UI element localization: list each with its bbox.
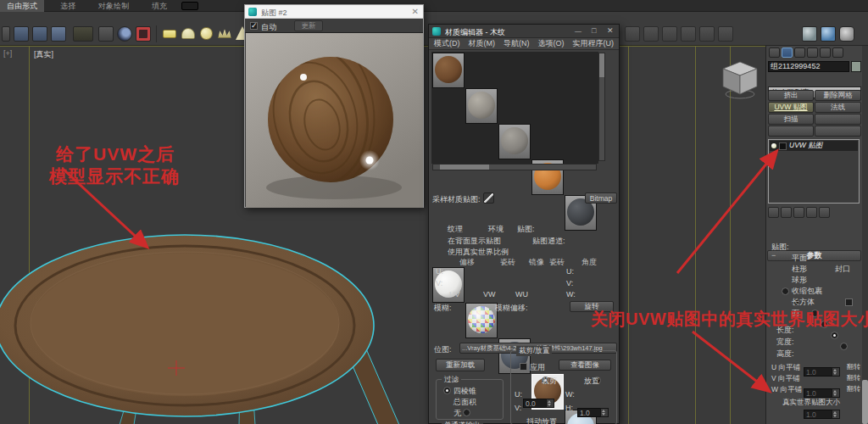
length-field[interactable]: 1.0 [804,367,834,377]
w-tile-label: W 向平铺 [771,385,802,395]
render-setup-icon[interactable] [802,26,817,42]
hierarchy-tab[interactable] [794,47,805,58]
align-icon[interactable] [643,26,659,42]
none-radio[interactable] [463,409,470,416]
scroll-thumb[interactable] [599,53,604,77]
menu-options[interactable]: 选项(O) [538,38,565,49]
show-end-result-icon[interactable] [781,207,792,218]
width-field[interactable]: 1.0 [804,388,834,398]
visibility-bulb-icon[interactable] [771,143,776,148]
stack-item-uvw-map[interactable]: UVW 贴图 [770,141,858,151]
table-icon[interactable] [51,26,66,42]
panel-scrollbar[interactable] [862,46,868,424]
make-unique-icon[interactable] [793,207,804,218]
pin-stack-icon[interactable] [768,207,779,218]
dome-shape-icon[interactable] [181,28,195,39]
sweep-button[interactable]: 扫描 [768,114,814,125]
viewport-shading-label[interactable]: [真实] [34,49,53,60]
crop-place-group: 裁剪/放置 应用 查看图像 裁剪 放置 U: 0.0 W: 1.0 V: 0.0… [510,350,617,424]
maximize-icon[interactable]: □ [592,26,596,35]
menu-navigation[interactable]: 导航(N) [504,38,530,49]
ribbon-tab-selection[interactable]: 选择 [51,0,85,12]
document-icon[interactable] [2,26,10,42]
material-swatch[interactable] [498,124,531,159]
spinner[interactable] [832,367,840,377]
list-icon[interactable] [32,26,47,42]
spinner[interactable] [832,388,840,398]
box-radio[interactable] [831,332,838,339]
schedule-icon[interactable] [699,26,715,42]
extrude-button[interactable]: 挤出 [768,90,814,101]
sphere-shape-icon[interactable] [200,27,213,40]
planar-radio[interactable] [782,287,789,295]
configure-modifier-sets-icon[interactable] [819,207,830,218]
material-editor-icon[interactable] [718,26,733,42]
camera-icon[interactable] [98,26,114,42]
rect-shape-icon[interactable] [163,30,176,38]
ribbon-tab-object-paint[interactable]: 对象绘制 [88,0,139,12]
light-keyboard-icon[interactable] [73,26,93,42]
modify-tab[interactable] [782,47,793,58]
spinner[interactable] [832,410,840,419]
viewcube[interactable] [716,57,764,101]
height-field[interactable]: 1.0 [804,410,834,419]
delete-mesh-button[interactable]: 删除网格 [815,90,861,101]
create-tab[interactable] [769,47,780,58]
preview-titlebar[interactable]: 贴图 #2 ✕ [245,5,423,19]
material-swatch[interactable] [432,53,465,88]
cap-checkbox[interactable] [845,298,853,306]
moon-icon[interactable] [117,26,132,42]
display-tab[interactable] [820,47,831,58]
spinner[interactable] [600,408,609,417]
remove-modifier-icon[interactable] [806,207,817,218]
scroll-thumb[interactable] [440,165,489,170]
empty-modifier-button[interactable] [768,126,814,137]
object-color-swatch[interactable] [851,61,861,72]
close-icon[interactable]: ✕ [412,7,419,16]
apply-checkbox[interactable] [520,363,527,371]
viewport-menu-fragment[interactable]: [+] [3,49,12,58]
auto-update-checkbox[interactable] [250,22,258,30]
object-name-field[interactable]: 组2112999452 [768,61,849,72]
utilities-tab[interactable] [832,47,843,58]
material-swatch[interactable] [465,303,498,338]
table-object[interactable] [0,220,411,424]
spinner[interactable] [546,399,554,408]
rendered-frame-icon[interactable] [821,26,836,42]
scroll-thumb[interactable] [862,380,868,424]
menu-utilities[interactable]: 实用程序(U) [573,38,615,49]
layers-icon[interactable] [14,26,29,42]
crop-u-field[interactable]: 0.0 [523,399,548,408]
ribbon-tab-freeform[interactable]: 自由形式 [0,0,44,12]
snap-dots-icon[interactable] [136,26,151,42]
menu-material[interactable]: 材质(M) [469,38,496,49]
empty-modifier-button[interactable] [815,114,861,125]
mirror-icon[interactable] [625,26,640,42]
graph-editor-icon[interactable] [681,26,696,42]
swatch-hscrollbar[interactable] [432,164,597,170]
ribbon-tab-populate[interactable]: 填充 [142,0,176,12]
real-world-map-size-label: 真实世界贴图大小 [782,398,840,408]
swatch-vscrollbar[interactable] [598,53,605,161]
material-swatch[interactable] [465,88,498,124]
minimize-icon[interactable]: — [575,27,581,35]
uvw-map-button[interactable]: UVW 贴图 [768,102,814,113]
ribbon-minimize-icon[interactable] [181,2,198,10]
render-teapot-icon[interactable] [839,26,854,42]
empty-modifier-button[interactable] [815,126,861,137]
map-type-button[interactable]: Bitmap [585,192,617,204]
update-button[interactable]: 更新 [294,20,323,31]
auto-update-label: 自动 [261,22,276,33]
pyramidal-radio[interactable] [443,387,451,394]
crop-w-field[interactable]: 1.0 [577,408,603,417]
map-preview-canvas[interactable] [246,33,423,208]
normal-button[interactable]: 法线 [815,102,861,113]
me-titlebar[interactable]: 材质编辑器 - 木纹 — □ ✕ [429,25,619,38]
reload-button[interactable]: 重新加载 [436,359,485,371]
layer-manager-icon[interactable] [662,26,677,42]
motion-tab[interactable] [807,47,818,58]
view-image-button[interactable]: 查看图像 [559,360,611,371]
pick-material-icon[interactable] [483,192,494,204]
menu-mode[interactable]: 模式(D) [434,38,460,49]
close-icon[interactable]: ✕ [607,26,614,35]
